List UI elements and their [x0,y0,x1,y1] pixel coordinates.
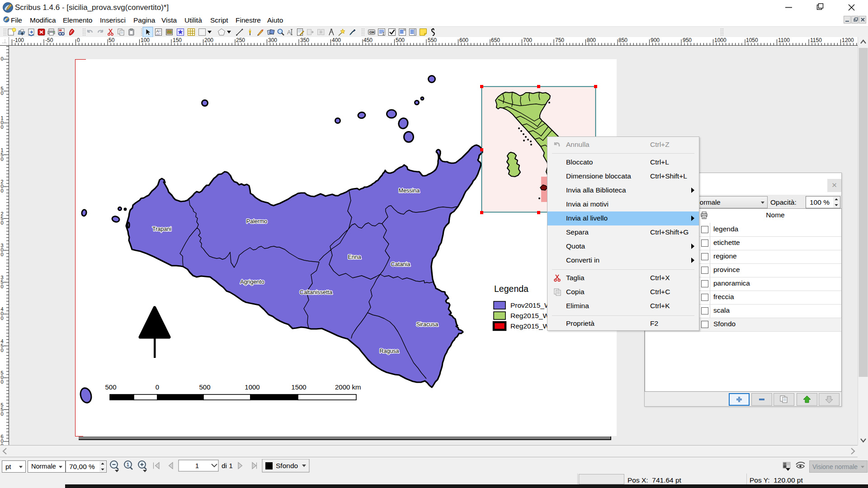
svg-text:di 1: di 1 [222,462,233,469]
svg-text:A: A [287,29,291,36]
svg-text:1: 1 [127,462,129,467]
svg-text:Sfondo: Sfondo [276,462,298,469]
svg-text:1: 1 [195,462,199,469]
svg-text:A: A [156,29,159,33]
svg-text:OK: OK [369,30,375,34]
